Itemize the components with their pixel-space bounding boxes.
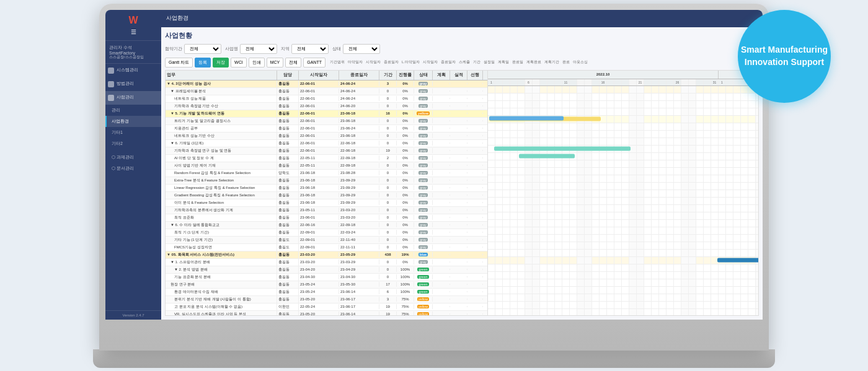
gantt-body-cell <box>652 131 659 137</box>
laptop-screen: W ☰ 관리자 수석 SmartFactory 스스공장/스스공장입 시스템관리 <box>105 10 763 320</box>
gantt-body-cell <box>577 153 585 160</box>
gantt-body-cell <box>570 272 577 279</box>
gantt-body-cell <box>696 168 704 175</box>
gantt-body-cell <box>659 235 666 242</box>
gantt-row <box>488 205 758 212</box>
task-actual <box>450 299 467 300</box>
gantt-body-cell <box>689 146 696 152</box>
task-plan <box>433 284 450 285</box>
gantt-body-cell <box>533 227 540 234</box>
gantt-body-cell <box>704 131 711 137</box>
gantt-chart[interactable]: 2022.102022.112022.122023.012023.022023.… <box>488 71 758 315</box>
task-status: gray <box>414 215 433 220</box>
gantt-body-cell <box>711 94 719 100</box>
filter-project-select[interactable]: 전체 <box>240 44 277 54</box>
table-row: 트리거 기능 및 알고리즘 결정시스 홍길동 22-06-01 23-06-18… <box>166 118 487 125</box>
gantt-body-cell <box>622 309 629 315</box>
sidebar-sub-business[interactable]: 사업환경 <box>105 116 161 127</box>
gantt-body-cell <box>592 250 600 256</box>
sidebar-sub-etc1[interactable]: 기타1 <box>105 127 161 138</box>
gantt-body-cell <box>674 279 681 286</box>
btn-print[interactable]: 인쇄 <box>249 58 265 68</box>
task-manager: 홍길동 <box>277 110 299 117</box>
gantt-bar <box>489 116 564 120</box>
gantt-body-cell <box>525 250 533 256</box>
gantt-body-cell <box>503 309 510 315</box>
gantt-body-cell <box>533 86 540 93</box>
gantt-body-cell <box>525 227 533 234</box>
gantt-body-cell <box>733 212 741 219</box>
gantt-body-cell <box>719 138 726 145</box>
gantt-body-cell <box>741 205 748 212</box>
task-actual <box>450 105 467 107</box>
task-manager: 이한민 <box>277 303 299 310</box>
gantt-body-cell <box>585 279 592 286</box>
gantt-body-cell <box>733 123 741 130</box>
gantt-body-cell <box>570 287 577 294</box>
btn-save[interactable]: 저장 <box>213 58 229 68</box>
sidebar-sub-task[interactable]: ⬡과제관리 <box>105 152 161 163</box>
gantt-body-cell <box>741 220 748 227</box>
gantt-body-cell <box>607 160 614 167</box>
gantt-body-cell <box>488 160 495 167</box>
gantt-body-cell <box>607 190 614 197</box>
gantt-body-cell <box>518 131 525 137</box>
gantt-body-cell <box>585 190 592 197</box>
filter-region-select[interactable]: 전체 <box>291 44 329 54</box>
gantt-body-cell <box>577 242 585 249</box>
task-status: gray <box>414 230 433 235</box>
sidebar-item-system[interactable]: 시스템관리 <box>105 64 161 77</box>
gantt-body-cell <box>681 101 689 108</box>
gantt-body-cell <box>726 131 733 137</box>
gantt-container: 업무 담당 시작일자 종료일자 기간 진행률 상태 계획 실적 선행 <box>165 70 759 316</box>
gantt-body-cell <box>756 116 758 123</box>
menu-icon[interactable]: ☰ <box>109 28 157 35</box>
task-pred <box>467 306 483 307</box>
task-start: 22-06-01 <box>299 111 339 116</box>
task-name: 네트워크 성능 제품 <box>166 95 277 102</box>
laptop-base <box>93 349 775 368</box>
btn-gantt2[interactable]: GANTT <box>303 58 326 68</box>
gantt-body-cell <box>510 168 518 175</box>
gantt-body-cell <box>637 108 644 115</box>
sidebar-sub-doc[interactable]: ⬡문서관리 <box>105 163 161 174</box>
gantt-body-cell <box>629 302 637 308</box>
btn-wci[interactable]: WCI <box>231 58 247 68</box>
task-plan <box>433 128 450 129</box>
gantt-body-cell <box>652 94 659 100</box>
sidebar-sub-etc2[interactable]: 기타2 <box>105 138 161 149</box>
gantt-body-cell <box>629 227 637 234</box>
sidebar-item-people[interactable]: 사람관리 <box>105 91 161 105</box>
gantt-body-cell <box>510 220 518 227</box>
gantt-body-cell <box>719 264 726 271</box>
btn-mcy[interactable]: MCY <box>267 58 284 68</box>
gantt-body-cell <box>495 94 503 100</box>
task-pred <box>467 269 483 270</box>
sidebar-sub-management[interactable]: 관리 <box>105 105 161 116</box>
gantt-body-cell <box>689 257 696 264</box>
gantt-body-cell <box>674 212 681 219</box>
gantt-body-cell <box>756 287 758 294</box>
btn-all[interactable]: 전체 <box>285 58 301 68</box>
gantt-row <box>488 279 758 287</box>
filter-status-select[interactable]: 전체 <box>343 44 380 54</box>
task-plan <box>433 90 450 92</box>
gantt-day-cell <box>726 79 733 85</box>
sidebar-item-method[interactable]: 방법관리 <box>105 77 161 91</box>
filter-period-select[interactable]: 전체 <box>184 44 221 54</box>
gantt-body-cell <box>570 131 577 137</box>
gantt-body-cell <box>495 138 503 145</box>
gantt-body-cell <box>756 198 758 204</box>
gantt-body-cell <box>711 131 719 137</box>
gantt-body-cell <box>666 175 674 182</box>
gantt-body-cell <box>681 264 689 271</box>
btn-register[interactable]: 등록 <box>195 58 211 68</box>
gantt-body-cell <box>510 257 518 264</box>
task-progress: 0% <box>397 133 414 138</box>
gantt-body-cell <box>629 250 637 256</box>
gantt-body-cell <box>547 294 555 301</box>
gantt-body-cell <box>495 131 503 137</box>
task-duration: 0 <box>379 178 397 183</box>
btn-gantt[interactable]: Gantt 차트 <box>165 58 193 68</box>
gantt-body-cell <box>704 183 711 190</box>
